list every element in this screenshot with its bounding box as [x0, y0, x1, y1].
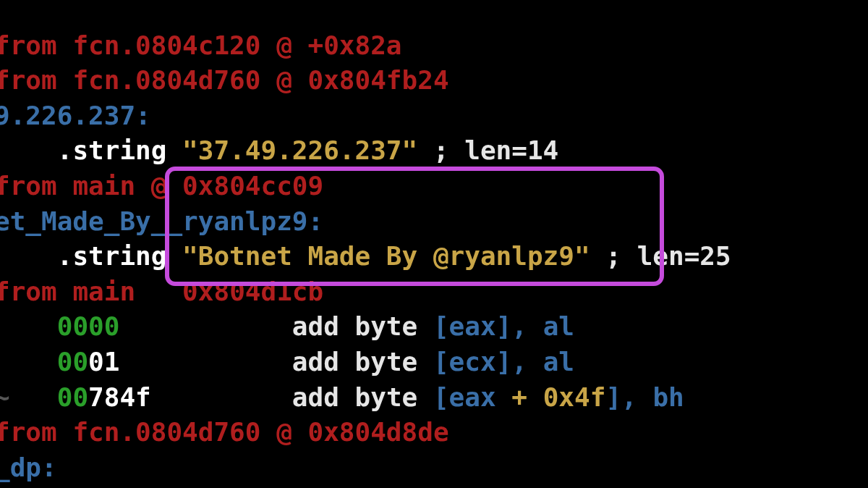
mnemonic: add byte	[292, 311, 433, 341]
at-symbol: @	[260, 417, 307, 447]
line-7: .string "Botnet Made By @ryanlpz9" ; len…	[0, 241, 731, 271]
marker: ~	[0, 382, 57, 412]
register: bh	[652, 382, 684, 412]
at-symbol: @	[260, 30, 307, 60]
address: 0x804d8de	[308, 417, 449, 447]
xref-keyword: from	[0, 30, 72, 60]
label: _dp:	[0, 453, 57, 482]
label-prefix: et_Made_By_	[0, 206, 166, 236]
mnemonic: add byte	[292, 347, 433, 376]
xref-keyword: from	[0, 417, 72, 447]
line-11: ~ 00784f add byte [eax + 0x4f], bh	[0, 382, 684, 412]
label: 9.226.237:	[0, 101, 151, 130]
fcn-name: fcn.0804c120	[72, 30, 260, 60]
label-suffix: _ryanlpz9:	[166, 206, 323, 236]
at-symbol: @	[260, 65, 307, 95]
address: 0x804d1cb	[182, 277, 323, 306]
immediate: 0x4f	[543, 382, 606, 412]
hex-bytes: 01	[88, 347, 119, 376]
hex-bytes: 00	[57, 382, 88, 412]
hex-bytes: 784f	[88, 382, 151, 412]
line-12: from fcn.0804d760 @ 0x804d8de	[0, 417, 449, 447]
line-4: .string "37.49.226.237" ; len=14	[0, 135, 558, 165]
line-13: _dp:	[0, 453, 57, 482]
line-2: from fcn.0804d760 @ 0x804fb24	[0, 65, 449, 95]
xref-keyword: from	[0, 65, 72, 95]
directive: .string	[57, 241, 182, 271]
register: eax	[449, 311, 496, 341]
disassembly-output: from fcn.0804c120 @ +0x82a from fcn.0804…	[0, 0, 731, 485]
fcn-name: fcn.0804d760	[72, 417, 260, 447]
comment-len: ; len=25	[605, 241, 731, 271]
hex-bytes: 0000	[57, 311, 120, 341]
line-1: from fcn.0804c120 @ +0x82a	[0, 30, 402, 60]
line-5: from main @ 0x804cc09	[0, 171, 323, 201]
fcn-main: main	[72, 171, 135, 201]
line-9: 0000 add byte [eax], al	[0, 311, 574, 341]
xref-keyword: from	[0, 277, 72, 306]
address: 0x804fb24	[308, 65, 449, 95]
comment-len: ; len=14	[433, 135, 558, 165]
address: 0x804cc09	[182, 171, 323, 201]
mnemonic: add byte	[292, 382, 433, 412]
xref-keyword: from	[0, 171, 72, 201]
register: al	[543, 311, 574, 341]
fcn-main: main	[72, 277, 135, 306]
hex-bytes: 00	[57, 347, 88, 376]
string-literal-botnet: "Botnet Made By @ryanlpz9"	[182, 241, 605, 271]
string-literal-ip: "37.49.226.237"	[182, 135, 433, 165]
register: ecx	[449, 347, 496, 376]
register: al	[543, 347, 574, 376]
register: eax	[449, 382, 496, 412]
fcn-name: fcn.0804d760	[72, 65, 260, 95]
directive: .string	[57, 135, 182, 165]
line-3: 9.226.237:	[0, 101, 151, 130]
at-symbol: @	[135, 171, 182, 201]
line-10: 0001 add byte [ecx], al	[0, 347, 574, 376]
line-6: et_Made_By__ryanlpz9:	[0, 206, 323, 236]
offset: +0x82a	[308, 30, 402, 60]
line-8: from main 0x804d1cb	[0, 277, 323, 306]
